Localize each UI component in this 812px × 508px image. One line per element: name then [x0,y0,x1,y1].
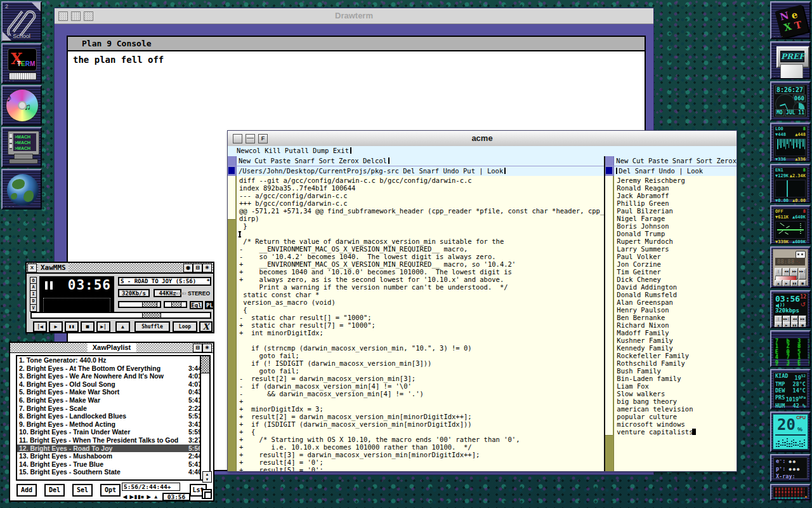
window-tag-text[interactable]: /Users/John/Desktop/CurrentProjs/pkg-src… [237,166,604,176]
window-dirty-indicator[interactable] [605,166,614,176]
playlist-track[interactable]: 9. Bright Eyes - Method Acting3:41 [17,420,204,429]
dock-tile-cpu[interactable]: CPU 20 % [770,411,811,452]
playlist-track[interactable]: 2. Bright Eyes - At The Bottom Of Everyt… [17,364,204,373]
dock-tile-next[interactable]: N e X T . . . [770,1,811,39]
media-button[interactable]: ▶| [96,321,110,332]
playlist-track[interactable]: 6. Bright Eyes - Make War5:41 [17,396,204,404]
media-button[interactable]: O [30,277,37,284]
equalizer-button[interactable]: Eql [190,301,203,309]
media-button[interactable]: ▶ [783,280,790,286]
column-tag-text[interactable]: New Cut Paste Snarf Sort Zerox Delcol [237,156,604,166]
dock-tile-music-remote[interactable]: 03:56 12 )) ↺ 320kbps |◀◀▶▶|◀◀▶▶ ▲▶▮▮■ [770,290,811,328]
menu-button[interactable]: ◉ [183,264,193,272]
balance-slider[interactable] [164,301,187,308]
playlist-scrollbar[interactable] [200,355,211,481]
playlist-track[interactable]: 5. Bright Eyes - Make War Short0:43 [17,388,204,396]
playlist-track[interactable]: 14. Bright Eyes - True Blue5:41 [17,460,204,469]
media-button[interactable]: ▲ [775,280,782,286]
window-tag-text[interactable]: Del Snarf Undo | Look [614,166,737,176]
media-button[interactable]: A [30,284,37,291]
scroll-arrows[interactable]: ▲▼ [202,471,212,483]
column-handle[interactable] [605,156,614,166]
dock-tile-globe[interactable]: . . . [1,169,42,210]
media-button[interactable]: D [30,298,37,305]
opt-button[interactable]: Opt [100,484,121,497]
playlist-track[interactable]: 3. Bright Eyes - We Are Nowhere And It's… [17,372,204,380]
acme-right-column-tag[interactable]: New Cut Paste Snarf Sort Zerox [605,156,737,166]
xmms-logo[interactable]: X [199,321,213,332]
track-marquee[interactable]: S - ROAD TO JOY (5:56) *** 12 [118,277,211,286]
playlist-track[interactable]: 8. Bright Eyes - Landlocked Blues5:51 [17,412,204,420]
repeat-icon[interactable]: ↺ [801,301,806,308]
iconify-button[interactable]: ✳ [202,264,212,272]
media-button[interactable]: ▶▶| [799,268,806,279]
dock-tile-matrix[interactable]: 7 b 3 F 0 1 Z 8 e 4 E 0 5 2 9 4 7 1 b 3 … [770,330,811,367]
del-button[interactable]: Del [44,484,65,497]
media-button[interactable]: |◀ [33,321,47,332]
volume-thumb[interactable] [142,302,157,307]
playlist-titlebar[interactable]: XawPlaylist ⊟ ✳ [10,343,213,353]
acme-main-tag[interactable]: Newcol Kill Putall Dump Exit [228,146,737,157]
column-handle[interactable] [228,156,237,166]
names-list-text[interactable]: Jeremy Reischberg Ronald Reagan Jack Abr… [614,176,693,471]
media-button[interactable]: ▲ [775,322,782,328]
media-button[interactable]: V [30,305,37,312]
window-dirty-indicator[interactable] [228,166,237,176]
dock-tile-led-meter[interactable] [770,484,811,500]
scrollbar[interactable] [228,176,237,471]
acme-main-tag-text[interactable]: Newcol Kill Putall Dump Exit [237,147,349,154]
diff-text[interactable]: diff --git a/gcc/config/darwin-c.c b/gcc… [237,176,604,471]
xawmms-titlebar[interactable]: X XawMMS ◉ ⊟ ✳ [27,263,213,274]
seek-slider[interactable] [30,312,211,319]
iconify-button[interactable]: ✳ [202,344,212,352]
playlist-track[interactable]: 11. Bright Eyes - When The President Tal… [17,436,204,444]
playlist-list[interactable]: 1. Tone Generator: 440.0 Hz2. Bright Eye… [16,355,205,481]
dock-tile-pref[interactable]: PREF . . . [770,41,811,79]
acme-left-body[interactable]: diff --git a/gcc/config/darwin-c.c b/gcc… [228,176,604,471]
elapsed-time[interactable]: 03:56 [68,277,111,293]
dock-tile-cd-player[interactable]: 88:88 · ·. |◀◀◀◀▶▶▶▶| ▲▶▮▮■ [770,246,811,288]
sel-button[interactable]: Sel [72,484,93,497]
scrollbar-thumb[interactable] [228,176,235,220]
playlist-toggle-button[interactable]: PL [205,301,214,309]
playlist-track[interactable]: 1. Tone Generator: 440.0 Hz [17,356,204,364]
media-button[interactable]: ■ [799,280,806,286]
dock-tile-mach[interactable]: >MACH >MACH >MACH [1,127,42,168]
dock-tile-clock[interactable]: 8:26:27 060 MO JUL 11 [770,81,811,121]
column-tag-text[interactable]: New Cut Paste Snarf Sort Zerox [614,156,737,166]
mini-transport[interactable]: ◀ ▶▮▮■ ▶ ▲ [123,494,159,500]
scrollbar[interactable] [605,176,614,471]
acme-right-window-tag[interactable]: Del Snarf Undo | Look [605,166,737,177]
console-text[interactable]: the plan fell off [73,55,164,65]
dock-tile-net-en1[interactable]: EN18 ▼129K▲2.34K ▼0.00▲0.00 [770,164,811,203]
loop-button[interactable]: Loop [173,321,197,332]
dock-tile-xterm[interactable]: X TERM . . . [1,43,42,84]
shade-button[interactable]: ⊟ [193,264,202,272]
acme-titlebar[interactable]: F acme [228,131,737,147]
playlist-track[interactable]: 10. Bright Eyes - Train Under Water5:59 [17,428,204,436]
dock-tile-net-lo[interactable]: LO08 ▼448▲448 ▼336▲336 [770,123,811,162]
dock-tile-space-weather[interactable]: e⁻: ●● p⁺: ●●● X-ray: 0.0 [770,454,811,482]
eject-button[interactable]: ▲ [115,321,130,332]
playlist-track[interactable]: 13. Bright Eyes - Mushaboom2:44 [17,452,204,460]
dock-tile-weather[interactable]: KIAD1952 TMP28°C DEW14°C PRS1019hPa HUM4… [770,369,811,410]
console-titlebar[interactable]: Plan 9 Console [68,37,645,51]
scrollbar-thumb[interactable] [605,176,613,436]
balance-thumb[interactable] [171,302,181,307]
media-button[interactable]: ▮▮ [65,321,79,332]
seek-thumb[interactable] [142,313,161,318]
dock-tile-school[interactable]: 2 School [1,1,42,42]
resize-grip[interactable] [202,489,212,499]
media-button[interactable]: ■ [81,321,95,332]
drawterm-titlebar[interactable]: Drawterm [55,8,653,24]
playlist-track[interactable]: 4. Bright Eyes - Old Soul Song4:07 [17,380,204,389]
media-button[interactable]: I [30,291,37,298]
scrollbar-thumb[interactable] [201,356,209,373]
shade-button[interactable]: ⊟ [193,344,202,352]
media-button[interactable]: ■ [799,322,806,328]
acme-left-window-tag[interactable]: /Users/John/Desktop/CurrentProjs/pkg-src… [228,166,604,177]
close-button[interactable]: X [27,264,37,272]
dock-tile-music-cd[interactable]: ♪ ♫ [1,85,42,126]
media-button[interactable]: ▶ [783,322,790,328]
acme-left-column-tag[interactable]: New Cut Paste Snarf Sort Zerox Delcol [228,156,604,166]
